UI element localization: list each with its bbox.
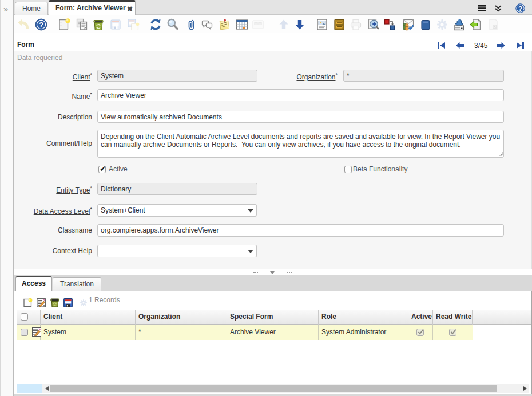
svg-text:?: ? — [39, 21, 43, 29]
svg-text:?: ? — [518, 5, 522, 12]
